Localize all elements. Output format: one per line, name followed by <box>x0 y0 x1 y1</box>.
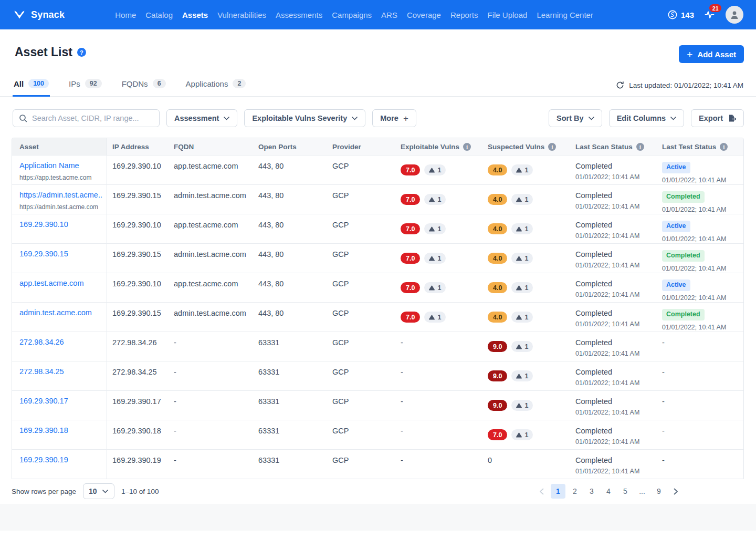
cell-fqdn: app.test.acme.com <box>169 273 253 302</box>
vuln-count-pill: 1 <box>511 223 533 234</box>
severity-badge: 7.0 <box>488 429 507 440</box>
info-icon[interactable]: i <box>463 143 471 151</box>
nav-item-campaigns[interactable]: Campaigns <box>332 11 372 19</box>
page-button-4[interactable]: 4 <box>601 484 616 499</box>
cell-last-test-status: - <box>657 361 744 390</box>
vuln-triangle-icon <box>516 285 522 291</box>
nav-item-coverage[interactable]: Coverage <box>407 11 441 19</box>
vuln-count-pill: 1 <box>424 164 446 175</box>
test-status-badge: Completed <box>662 191 705 203</box>
scan-date: 01/01/2022; 10:41 AM <box>575 262 652 269</box>
severity-badge: 4.0 <box>488 194 507 205</box>
cell-exploitable-vulns: - <box>395 391 482 420</box>
info-icon[interactable]: i <box>720 143 728 151</box>
scan-status: Completed <box>575 309 652 317</box>
more-filters-button[interactable]: More + <box>372 109 416 127</box>
page-button-3[interactable]: 3 <box>584 484 599 499</box>
nav-item-vulnerabilities[interactable]: Vulnerabilities <box>217 11 266 19</box>
cell-fqdn: admin.test.acme.com <box>169 303 253 332</box>
nav-item-learning-center[interactable]: Learning Center <box>537 11 593 19</box>
refresh-icon[interactable] <box>616 81 624 89</box>
column-header-last-test-status: Last Test Status i <box>657 138 744 155</box>
cell-provider: GCP <box>327 361 395 390</box>
cell-asset: 169.29.390.17 <box>12 391 107 420</box>
severity-label: Exploitable Vulns Severity <box>252 114 347 122</box>
cell-provider: GCP <box>327 332 395 361</box>
asset-link[interactable]: Application Name <box>19 161 79 170</box>
avatar[interactable] <box>726 6 743 24</box>
scan-date: 01/01/2022; 10:41 AM <box>575 350 652 357</box>
asset-link[interactable]: 169.29.390.15 <box>19 250 68 258</box>
cell-last-test-status: Active 01/01/2022; 10:41 AM <box>657 273 744 302</box>
asset-link[interactable]: 272.98.34.26 <box>19 338 64 346</box>
next-page-button[interactable] <box>668 484 683 499</box>
info-icon[interactable]: i <box>548 143 556 151</box>
severity-badge: 9.0 <box>488 370 507 381</box>
severity-badge: 4.0 <box>488 223 507 234</box>
edit-columns-dropdown[interactable]: Edit Columns <box>609 109 684 127</box>
asset-link[interactable]: https://admin.test.acme.. <box>19 191 102 199</box>
search-input[interactable] <box>32 114 153 122</box>
asset-link[interactable]: 169.29.390.10 <box>19 220 68 229</box>
sort-by-dropdown[interactable]: Sort By <box>549 109 602 127</box>
cell-suspected-vulns: 4.0 1 <box>482 273 570 302</box>
tab-fqdns[interactable]: FQDNs 6 <box>121 79 167 97</box>
credits-indicator[interactable]: 143 <box>668 10 694 19</box>
table-body: Application Name https://app.test.acme.c… <box>12 155 743 479</box>
brand-logo[interactable]: Synack <box>13 8 65 21</box>
tab-all[interactable]: All 100 <box>13 79 50 97</box>
nav-item-assessments[interactable]: Assessments <box>276 11 322 19</box>
page-button-9[interactable]: 9 <box>652 484 666 499</box>
cell-exploitable-vulns: 7.0 1 <box>395 185 482 214</box>
cell-last-scan-status: Completed 01/01/2022; 10:41 AM <box>570 361 657 390</box>
tab-ips[interactable]: IPs 92 <box>68 79 103 97</box>
asset-link[interactable]: 272.98.34.25 <box>19 367 64 376</box>
search-box <box>13 109 160 127</box>
prev-page-button[interactable] <box>534 484 549 499</box>
cell-open-ports: 63331 <box>253 450 327 479</box>
cell-provider: GCP <box>327 391 395 420</box>
page-button-2[interactable]: 2 <box>568 484 582 499</box>
help-icon[interactable]: ? <box>77 48 86 57</box>
asset-link[interactable]: 169.29.390.18 <box>19 426 68 434</box>
cell-last-test-status: - <box>657 450 744 479</box>
nav-item-catalog[interactable]: Catalog <box>145 11 173 19</box>
test-date: 01/01/2022; 10:41 AM <box>662 265 739 272</box>
severity-badge: 7.0 <box>401 253 420 264</box>
vuln-count-pill: 1 <box>511 312 533 323</box>
nav-item-reports[interactable]: Reports <box>450 11 478 19</box>
nav-item-ars[interactable]: ARS <box>381 11 397 19</box>
tab-applications[interactable]: Applications 2 <box>185 79 247 97</box>
page-button-5[interactable]: 5 <box>618 484 633 499</box>
asset-link[interactable]: 169.29.390.17 <box>19 397 68 405</box>
asset-link[interactable]: app.test.acme.com <box>19 279 84 287</box>
column-header-open-ports: Open Ports <box>253 138 327 155</box>
person-icon <box>729 9 740 20</box>
severity-dropdown[interactable]: Exploitable Vulns Severity <box>244 109 365 127</box>
cell-provider: GCP <box>327 420 395 449</box>
tab-label: Applications <box>186 79 228 88</box>
page-button-1[interactable]: 1 <box>551 484 565 499</box>
assessment-dropdown[interactable]: Assessment <box>166 109 237 127</box>
nav-item-home[interactable]: Home <box>115 11 136 19</box>
rows-per-page-select[interactable]: 10 <box>83 483 114 499</box>
add-asset-button[interactable]: + Add Asset <box>679 45 744 63</box>
asset-link[interactable]: admin.test.acme.com <box>19 308 92 317</box>
asset-link[interactable]: 169.29.390.19 <box>19 456 68 464</box>
test-status-badge: Completed <box>662 309 705 320</box>
table-row: https://admin.test.acme.. https://admin.… <box>12 184 743 214</box>
alerts-button[interactable]: 21 <box>705 10 715 19</box>
export-button[interactable]: Export <box>691 109 744 127</box>
vuln-triangle-icon <box>516 168 522 173</box>
info-icon[interactable]: i <box>636 143 644 151</box>
nav-item-file-upload[interactable]: File Upload <box>488 11 528 19</box>
cell-ip-address: 272.98.34.26 <box>107 332 169 361</box>
scan-date: 01/01/2022; 10:41 AM <box>575 409 652 416</box>
cell-ip-address: 169.29.390.18 <box>107 420 169 449</box>
cell-suspected-vulns: 4.0 1 <box>482 303 570 332</box>
nav-item-assets[interactable]: Assets <box>182 11 208 19</box>
last-updated: Last updated: 01/01/2022; 10:41 AM <box>616 81 743 96</box>
export-label: Export <box>699 114 723 122</box>
cell-last-scan-status: Completed 01/01/2022; 10:41 AM <box>570 214 657 243</box>
cell-last-test-status: - <box>657 420 744 449</box>
